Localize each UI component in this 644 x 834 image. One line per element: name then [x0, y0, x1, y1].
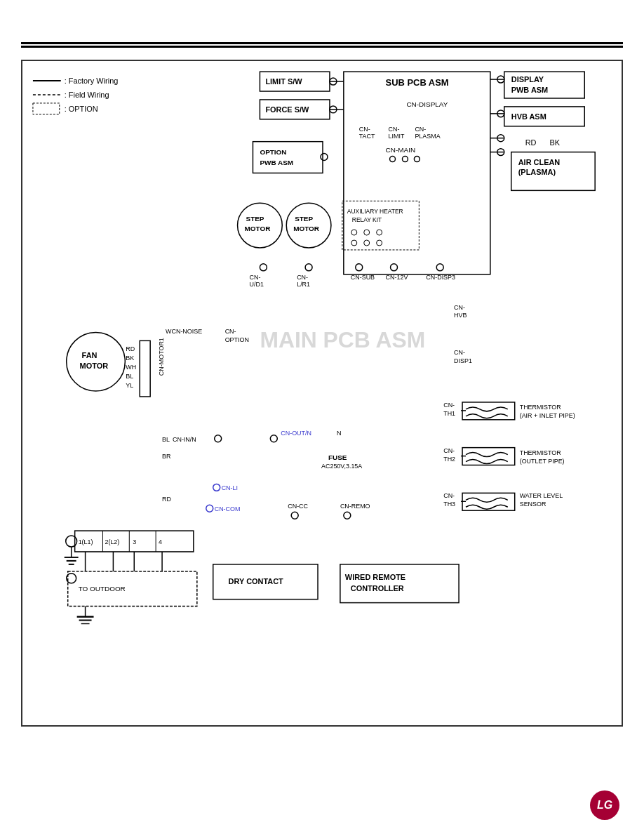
svg-text:CN-OUT/N: CN-OUT/N	[281, 430, 311, 437]
svg-point-38	[414, 157, 420, 162]
svg-text:CN-COM: CN-COM	[215, 505, 241, 512]
svg-text:TH3: TH3	[443, 501, 455, 508]
svg-text:CN-: CN-	[443, 492, 455, 499]
svg-text:CN-DISPLAY: CN-DISPLAY	[406, 100, 448, 108]
svg-point-56	[364, 240, 370, 246]
svg-text:4: 4	[159, 538, 162, 545]
svg-text:LIMIT: LIMIT	[389, 133, 405, 140]
svg-text:CN-MAIN: CN-MAIN	[386, 146, 416, 154]
svg-text:CN-MOTOR1: CN-MOTOR1	[158, 338, 165, 376]
svg-point-61	[305, 264, 312, 271]
svg-text:WIRED REMOTE: WIRED REMOTE	[345, 573, 405, 581]
svg-text:CN-LI: CN-LI	[222, 484, 238, 491]
svg-point-36	[390, 157, 396, 162]
svg-text:STEP: STEP	[295, 215, 313, 223]
svg-text:U/D1: U/D1	[249, 281, 263, 288]
svg-text:FAN: FAN	[82, 351, 98, 359]
svg-text:N: N	[337, 430, 341, 437]
svg-point-55	[351, 240, 357, 246]
svg-text:(AIR + INLET PIPE): (AIR + INLET PIPE)	[520, 412, 575, 419]
svg-point-97	[213, 484, 220, 491]
svg-text:MOTOR: MOTOR	[245, 225, 271, 232]
svg-text:TH1: TH1	[443, 410, 455, 417]
svg-text:: Field Wiring: : Field Wiring	[65, 91, 109, 99]
diagram-container: : Factory Wiring : Field Wiring : OPTION…	[21, 60, 623, 727]
svg-text:L/R1: L/R1	[297, 281, 310, 288]
svg-text:BL: BL	[162, 436, 170, 443]
svg-text:FORCE S/W: FORCE S/W	[265, 105, 309, 114]
svg-text:MOTOR: MOTOR	[293, 225, 319, 232]
svg-text:BK: BK	[126, 355, 134, 362]
svg-text:1(L1): 1(L1)	[79, 538, 93, 545]
svg-text:BR: BR	[162, 453, 171, 460]
svg-point-103	[291, 512, 298, 519]
wiring-diagram-svg: : Factory Wiring : Field Wiring : OPTION…	[22, 61, 622, 725]
svg-rect-39	[253, 142, 323, 173]
svg-text:CONTROLLER: CONTROLLER	[351, 584, 404, 593]
svg-point-91	[270, 435, 277, 442]
svg-text:CN-: CN-	[454, 349, 465, 356]
svg-text:WCN-NOISE: WCN-NOISE	[166, 328, 202, 335]
svg-text:RD: RD	[126, 345, 135, 352]
svg-text:SUB PCB ASM: SUB PCB ASM	[386, 77, 449, 88]
svg-text:CN-REMO: CN-REMO	[340, 503, 370, 510]
svg-text:(OUTLET PIPE): (OUTLET PIPE)	[520, 458, 565, 465]
svg-text:STEP: STEP	[246, 215, 264, 223]
svg-text:CN-: CN-	[454, 304, 465, 311]
svg-text:BL: BL	[126, 373, 133, 380]
svg-text:CN-DISP3: CN-DISP3	[426, 274, 455, 281]
top-double-line	[21, 42, 623, 48]
svg-rect-80	[140, 340, 150, 397]
svg-text:MAIN PCB ASM: MAIN PCB ASM	[260, 327, 425, 352]
svg-point-121	[67, 574, 76, 583]
svg-text:RD: RD	[525, 138, 537, 147]
svg-text:CN-: CN-	[443, 447, 455, 454]
svg-text:CN-: CN-	[249, 274, 260, 281]
svg-point-64	[356, 264, 363, 271]
svg-text:3: 3	[133, 538, 136, 545]
svg-point-68	[436, 264, 443, 271]
svg-point-54	[377, 230, 382, 235]
svg-point-100	[206, 505, 213, 512]
svg-text:THERMISTOR: THERMISTOR	[520, 449, 561, 456]
svg-point-58	[260, 264, 267, 271]
svg-text:YL: YL	[126, 382, 133, 389]
svg-text:SENSOR: SENSOR	[520, 501, 546, 508]
svg-point-57	[377, 240, 382, 246]
svg-text:RD: RD	[162, 496, 171, 503]
svg-text:CN-CC: CN-CC	[288, 503, 308, 510]
svg-text:: OPTION: : OPTION	[65, 105, 98, 113]
lg-text: LG	[597, 799, 612, 812]
svg-text:2(L2): 2(L2)	[105, 538, 119, 545]
svg-text:FUSE: FUSE	[328, 454, 347, 461]
svg-text:TO OUTDOOR: TO OUTDOOR	[79, 585, 126, 593]
svg-text:CN-: CN-	[415, 126, 426, 133]
svg-text:OPTION: OPTION	[225, 336, 249, 343]
svg-text:MOTOR: MOTOR	[80, 362, 109, 370]
svg-text:HVB ASM: HVB ASM	[511, 112, 546, 121]
svg-text:HVB: HVB	[454, 312, 467, 319]
svg-point-105	[344, 512, 351, 519]
svg-text:LIMIT S/W: LIMIT S/W	[265, 77, 302, 86]
svg-text:CN-: CN-	[443, 402, 455, 409]
svg-text:OPTION: OPTION	[260, 148, 286, 156]
svg-text:: Factory Wiring: : Factory Wiring	[65, 77, 119, 85]
svg-text:WATER LEVEL: WATER LEVEL	[520, 492, 563, 499]
svg-text:DISP1: DISP1	[454, 357, 472, 364]
svg-text:BK: BK	[549, 138, 560, 147]
lg-logo: LG	[590, 790, 619, 820]
svg-text:TH2: TH2	[443, 456, 455, 463]
svg-text:PLASMA: PLASMA	[415, 133, 440, 140]
svg-text:CN-12V: CN-12V	[386, 274, 408, 281]
svg-point-66	[391, 264, 398, 271]
svg-point-37	[402, 157, 408, 162]
svg-text:CN-: CN-	[389, 126, 400, 133]
svg-text:THERMISTOR: THERMISTOR	[520, 404, 561, 411]
svg-text:AUXILIARY HEATER: AUXILIARY HEATER	[347, 208, 403, 215]
svg-text:CN-: CN-	[359, 126, 370, 133]
svg-point-42	[321, 154, 328, 161]
svg-text:PWB ASM: PWB ASM	[511, 86, 548, 94]
svg-text:CN-: CN-	[297, 274, 308, 281]
svg-rect-4	[33, 103, 60, 114]
svg-text:CN-IN/N: CN-IN/N	[173, 436, 196, 443]
